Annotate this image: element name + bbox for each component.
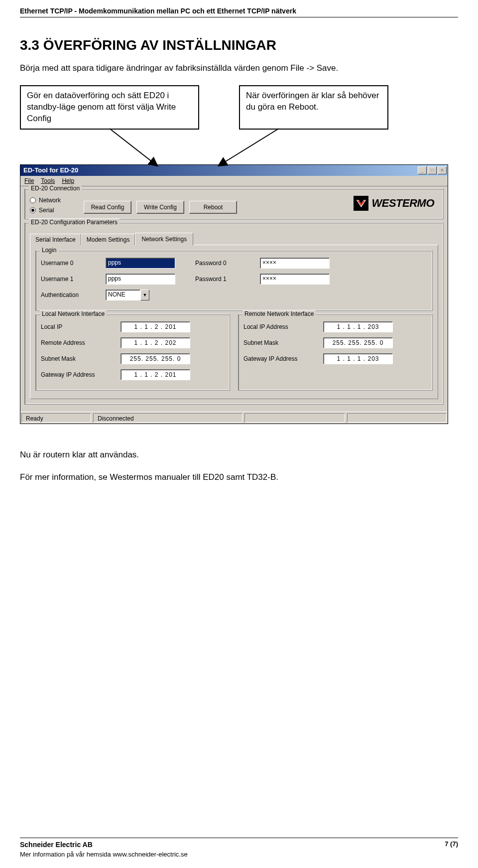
local-ip-input[interactable]: 1 . 1 . 2 . 201 — [120, 321, 190, 332]
username0-input[interactable]: ppps — [106, 258, 175, 269]
app-window: ED-Tool for ED-20 _ □ × File Tools Help … — [20, 164, 448, 424]
tab-panel-network: Login Username 0 ppps Password 0 ×××× Us… — [30, 245, 438, 399]
menu-bar: File Tools Help — [20, 176, 448, 186]
local-subnet-label: Subnet Mask — [41, 355, 116, 362]
username1-input[interactable]: ppps — [106, 274, 175, 285]
read-config-button[interactable]: Read Config — [84, 201, 131, 214]
username1-label: Username 1 — [41, 276, 101, 283]
radio-serial-label: Serial — [39, 207, 54, 214]
username0-label: Username 0 — [41, 260, 101, 267]
local-gateway-label: Gateway IP Address — [41, 371, 116, 378]
password0-label: Password 0 — [195, 260, 255, 267]
group-remote-interface-title: Remote Network Interface — [242, 310, 316, 317]
password1-input[interactable]: ×××× — [260, 274, 330, 285]
authentication-dropdown[interactable]: NONE ▼ — [106, 289, 149, 300]
remote-gateway-label: Gateway IP Address — [243, 355, 318, 362]
callout-reboot: När överföringen är klar så behöver du g… — [239, 85, 388, 130]
local-ip-label: Local IP — [41, 323, 116, 330]
group-local-interface-title: Local Network Interface — [40, 310, 107, 317]
local-subnet-input[interactable]: 255. 255. 255. 0 — [120, 353, 190, 364]
remote-gateway-input[interactable]: 1 . 1 . 1 . 203 — [323, 353, 393, 364]
authentication-value: NONE — [106, 289, 140, 300]
password1-label: Password 1 — [195, 276, 255, 283]
remote-local-ip-input[interactable]: 1 . 1 . 1 . 203 — [323, 321, 393, 332]
callout-arrows — [20, 130, 458, 164]
menu-file[interactable]: File — [24, 177, 34, 184]
authentication-label: Authentication — [41, 291, 101, 298]
remote-address-input[interactable]: 1 . 1 . 2 . 202 — [120, 337, 190, 348]
remote-subnet-label: Subnet Mask — [243, 339, 318, 346]
status-bar: Ready Disconnected — [20, 412, 448, 424]
svg-line-0 — [110, 129, 157, 165]
footer-info: Mer information på vår hemsida www.schne… — [20, 850, 188, 859]
westermo-logo: WESTERMO — [354, 196, 438, 211]
status-cell-3 — [244, 413, 345, 423]
group-connection-title: ED-20 Connection — [29, 185, 82, 192]
header-divider — [20, 17, 458, 17]
radio-serial[interactable]: Serial — [30, 207, 75, 214]
group-login-title: Login — [40, 247, 58, 254]
password0-input[interactable]: ×××× — [260, 258, 330, 269]
remote-subnet-input[interactable]: 255. 255. 255. 0 — [323, 337, 393, 348]
section-heading: 3.3 ÖVERFÖRING AV INSTÄLLNINGAR — [20, 37, 458, 53]
page-header-title: Ethernet TCP/IP - Modemkommunikation mel… — [0, 0, 478, 17]
tab-modem-settings[interactable]: Modem Settings — [81, 234, 135, 245]
footer-page-number: 7 (7) — [445, 840, 458, 859]
group-login: Login Username 0 ppps Password 0 ×××× Us… — [35, 250, 433, 311]
group-local-interface: Local Network Interface Local IP 1 . 1 .… — [35, 314, 230, 391]
tab-network-settings[interactable]: Network Settings — [135, 233, 193, 246]
westermo-logo-icon — [354, 196, 368, 211]
tab-serial-interface[interactable]: Serial Interface — [30, 234, 81, 245]
menu-tools[interactable]: Tools — [41, 177, 55, 184]
radio-serial-dot — [30, 207, 36, 213]
closing-paragraph-1: Nu är routern klar att användas. — [20, 449, 458, 461]
tabs: Serial Interface Modem Settings Network … — [30, 233, 438, 245]
chevron-down-icon[interactable]: ▼ — [140, 289, 149, 300]
status-ready: Ready — [21, 413, 91, 423]
callout-write-config: Gör en dataöverföring och sätt ED20 i st… — [20, 85, 199, 130]
group-config-params-title: ED-20 Configuration Parameters — [29, 219, 120, 226]
radio-network-label: Network — [39, 197, 61, 204]
remote-address-label: Remote Address — [41, 339, 116, 346]
menu-help[interactable]: Help — [62, 177, 74, 184]
radio-network-dot — [30, 197, 36, 203]
group-remote-interface: Remote Network Interface Local IP Addres… — [238, 314, 433, 391]
svg-line-1 — [219, 129, 279, 165]
status-cell-4 — [347, 413, 447, 423]
local-gateway-input[interactable]: 1 . 1 . 2 . 201 — [120, 369, 190, 380]
status-connection: Disconnected — [93, 413, 242, 423]
remote-local-ip-label: Local IP Address — [243, 323, 318, 330]
closing-paragraph-2: För mer information, se Westermos manual… — [20, 471, 458, 483]
page-footer: Schneider Electric AB Mer information på… — [0, 838, 478, 868]
westermo-logo-text: WESTERMO — [371, 197, 434, 210]
radio-network[interactable]: Network — [30, 197, 75, 204]
reboot-button[interactable]: Reboot — [189, 201, 237, 214]
footer-company: Schneider Electric AB — [20, 840, 188, 850]
footer-divider — [20, 838, 458, 838]
write-config-button[interactable]: Write Config — [136, 201, 184, 214]
group-connection: ED-20 Connection Network Serial Read — [24, 188, 444, 219]
group-config-params: ED-20 Configuration Parameters Serial In… — [24, 222, 444, 405]
intro-paragraph: Börja med att spara tidigare ändringar a… — [20, 62, 458, 74]
